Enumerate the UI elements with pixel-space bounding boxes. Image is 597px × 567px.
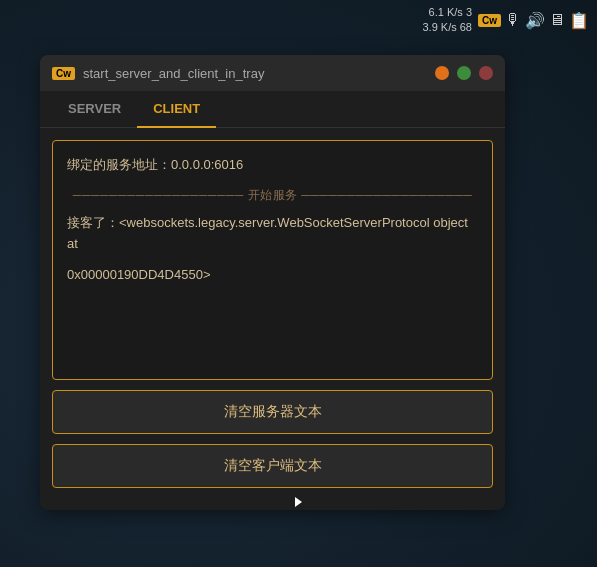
window-title: start_server_and_client_in_tray <box>83 66 427 81</box>
tray-icon[interactable]: 📋 <box>569 11 589 30</box>
taskbar-badge: Cw <box>478 14 501 27</box>
taskbar: 6.1 K/s 3 3.9 K/s 68 Cw 🎙 🔊 🖥 📋 <box>422 0 597 40</box>
title-bar: Cw start_server_and_client_in_tray <box>40 55 505 91</box>
title-bar-badge: Cw <box>52 67 75 80</box>
service-divider: ─────────────────── 开始服务 ───────────────… <box>67 186 478 205</box>
tab-client[interactable]: CLIENT <box>137 91 216 128</box>
taskbar-stats: 6.1 K/s 3 3.9 K/s 68 <box>422 5 472 36</box>
volume-icon[interactable]: 🔊 <box>525 11 545 30</box>
maximize-button[interactable] <box>457 66 471 80</box>
server-address-line: 绑定的服务地址：0.0.0.0:6016 <box>67 155 478 176</box>
tab-server[interactable]: SERVER <box>52 91 137 128</box>
mouse-cursor <box>295 497 302 507</box>
taskbar-icons: Cw 🎙 🔊 🖥 📋 <box>478 11 589 30</box>
clear-server-button[interactable]: 清空服务器文本 <box>52 390 493 434</box>
server-output-panel: 绑定的服务地址：0.0.0.0:6016 ───────────────────… <box>52 140 493 380</box>
main-content: 绑定的服务地址：0.0.0.0:6016 ───────────────────… <box>40 128 505 510</box>
mic-icon[interactable]: 🎙 <box>505 11 521 29</box>
connection-line1: 接客了：<websockets.legacy.server.WebSocketS… <box>67 213 478 255</box>
network-icon[interactable]: 🖥 <box>549 11 565 29</box>
window-controls <box>435 66 493 80</box>
connection-line2: 0x00000190DD4D4550> <box>67 265 478 286</box>
minimize-button[interactable] <box>435 66 449 80</box>
tab-bar: SERVER CLIENT <box>40 91 505 128</box>
close-button[interactable] <box>479 66 493 80</box>
clear-client-button[interactable]: 清空客户端文本 <box>52 444 493 488</box>
main-window: Cw start_server_and_client_in_tray SERVE… <box>40 55 505 510</box>
